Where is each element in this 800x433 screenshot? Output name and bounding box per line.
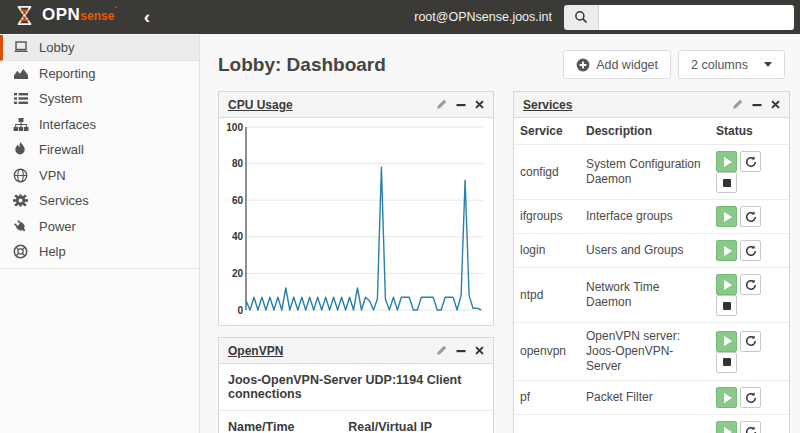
- minimize-icon[interactable]: [456, 346, 466, 356]
- openvpn-widget-title[interactable]: OpenVPN: [228, 344, 283, 358]
- start-service-button[interactable]: [716, 240, 737, 261]
- cpu-usage-widget: CPU Usage 020406080100: [218, 91, 494, 326]
- hourglass-logo-icon: [13, 4, 36, 30]
- sidebar-item-help[interactable]: Help: [0, 239, 199, 265]
- openvpn-widget: OpenVPN Joos-OpenVPN-Server UDP:1194 C: [218, 337, 494, 433]
- logged-in-user: root@OPNsense.joos.int: [414, 10, 552, 24]
- sidebar-item-lobby[interactable]: Lobby: [0, 35, 199, 61]
- svg-text:40: 40: [232, 231, 244, 242]
- close-icon[interactable]: [475, 100, 484, 109]
- stop-service-button[interactable]: [716, 172, 737, 193]
- service-status-actions: [710, 145, 789, 200]
- plug-icon: [12, 219, 29, 234]
- edit-pencil-icon[interactable]: [436, 99, 447, 110]
- refresh-icon: [745, 211, 757, 223]
- minimize-icon[interactable]: [752, 100, 762, 110]
- sidebar: LobbyReportingSystemInterfacesFirewallVP…: [0, 34, 200, 433]
- stop-service-button[interactable]: [716, 352, 737, 373]
- play-icon: [724, 246, 732, 256]
- start-service-button[interactable]: [716, 421, 737, 433]
- service-name: openvpn: [514, 323, 580, 381]
- life-ring-icon: [12, 244, 29, 259]
- stop-service-button[interactable]: [716, 295, 737, 316]
- play-icon: [724, 427, 732, 433]
- play-icon: [724, 280, 732, 290]
- cpu-usage-widget-title[interactable]: CPU Usage: [228, 98, 293, 112]
- sidebar-item-reporting[interactable]: Reporting: [0, 61, 199, 87]
- service-status-actions: [710, 234, 789, 268]
- play-icon: [724, 336, 732, 346]
- service-description: Packet Filter: [580, 381, 710, 415]
- sidebar-item-system[interactable]: System: [0, 86, 199, 112]
- cpu-usage-chart: 020406080100: [219, 118, 493, 325]
- services-widget-title[interactable]: Services: [523, 98, 572, 112]
- logo-accent: ´: [114, 4, 117, 18]
- minimize-icon[interactable]: [456, 100, 466, 110]
- sidebar-item-firewall[interactable]: Firewall: [0, 137, 199, 163]
- play-icon: [724, 393, 732, 403]
- services-header-description: Description: [580, 118, 710, 145]
- start-service-button[interactable]: [716, 274, 737, 295]
- stop-icon: [722, 178, 732, 188]
- services-widget: Services: [513, 91, 790, 433]
- opnsense-logo[interactable]: OPN sense ´: [13, 4, 118, 30]
- laptop-icon: [12, 40, 29, 55]
- restart-service-button[interactable]: [740, 421, 761, 433]
- search-input[interactable]: [599, 5, 794, 30]
- start-service-button[interactable]: [716, 206, 737, 227]
- service-status-actions: [710, 268, 789, 323]
- sidebar-item-label: VPN: [39, 168, 66, 183]
- service-name: syslog-ng: [514, 415, 580, 433]
- restart-service-button[interactable]: [740, 274, 761, 295]
- service-name: configd: [514, 145, 580, 200]
- sidebar-nav: LobbyReportingSystemInterfacesFirewallVP…: [0, 35, 199, 265]
- stop-icon: [722, 301, 732, 311]
- sidebar-item-power[interactable]: Power: [0, 214, 199, 240]
- sidebar-item-label: Interfaces: [39, 117, 96, 132]
- start-service-button[interactable]: [716, 151, 737, 172]
- stop-icon: [722, 357, 732, 367]
- sidebar-item-label: System: [39, 91, 82, 106]
- service-status-actions: [710, 323, 789, 381]
- service-row-login: loginUsers and Groups: [514, 234, 789, 268]
- sidebar-item-label: Power: [39, 219, 76, 234]
- sidebar-item-interfaces[interactable]: Interfaces: [0, 112, 199, 138]
- globe-icon: [12, 168, 29, 183]
- columns-dropdown[interactable]: 2 columns: [678, 50, 785, 79]
- service-description: Network Time Daemon: [580, 268, 710, 323]
- area-chart-icon: [12, 66, 29, 81]
- sidebar-item-vpn[interactable]: VPN: [0, 163, 199, 189]
- start-service-button[interactable]: [716, 387, 737, 408]
- sidebar-item-label: Reporting: [39, 66, 95, 81]
- close-icon[interactable]: [771, 100, 780, 109]
- refresh-icon: [745, 245, 757, 257]
- sidebar-collapse-chevron-icon[interactable]: ‹: [144, 2, 150, 32]
- sidebar-item-label: Services: [39, 193, 89, 208]
- restart-service-button[interactable]: [740, 387, 761, 408]
- restart-service-button[interactable]: [740, 206, 761, 227]
- restart-service-button[interactable]: [740, 151, 761, 172]
- refresh-icon: [745, 392, 757, 404]
- fire-icon: [12, 142, 29, 157]
- sidebar-item-label: Firewall: [39, 142, 84, 157]
- search-icon[interactable]: [564, 5, 599, 30]
- edit-pencil-icon[interactable]: [436, 345, 447, 356]
- add-widget-button[interactable]: Add widget: [563, 50, 671, 79]
- sidebar-item-services[interactable]: Services: [0, 188, 199, 214]
- service-row-ifgroups: ifgroupsInterface groups: [514, 200, 789, 234]
- sidebar-item-label: Help: [39, 244, 66, 259]
- openvpn-server-line: Joos-OpenVPN-Server UDP:1194 Client conn…: [219, 364, 493, 411]
- service-row-syslog-ng: syslog-ngRemote Syslog: [514, 415, 789, 433]
- service-status-actions: [710, 415, 789, 433]
- svg-text:20: 20: [232, 268, 244, 279]
- restart-service-button[interactable]: [740, 331, 761, 352]
- restart-service-button[interactable]: [740, 240, 761, 261]
- edit-pencil-icon[interactable]: [732, 99, 743, 110]
- start-service-button[interactable]: [716, 331, 737, 352]
- service-description: Remote Syslog: [580, 415, 710, 433]
- chevron-down-icon: [764, 62, 772, 67]
- svg-text:80: 80: [232, 158, 244, 169]
- list-icon: [12, 91, 29, 106]
- close-icon[interactable]: [475, 346, 484, 355]
- service-description: Interface groups: [580, 200, 710, 234]
